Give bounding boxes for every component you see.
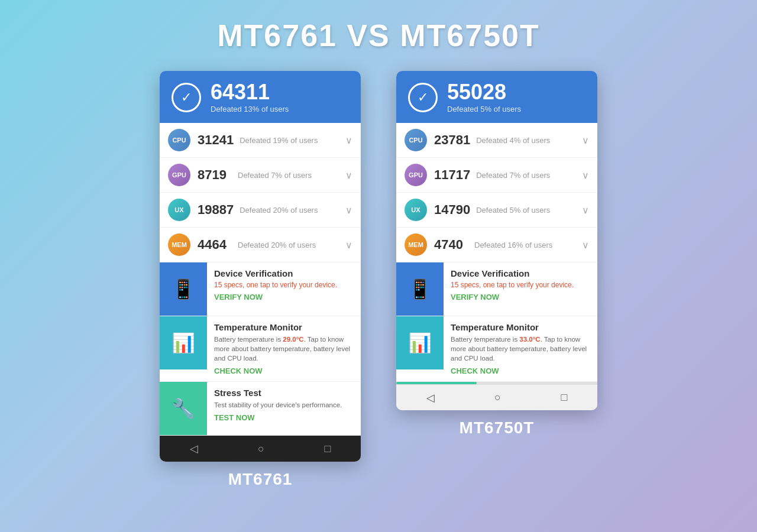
left-stress-content: Stress Test Test stability of your devic… — [207, 382, 361, 435]
left-verify-phone-icon: 📱 — [172, 278, 195, 300]
left-stress-action[interactable]: TEST NOW — [214, 413, 354, 422]
right-ux-score: 14790 — [434, 202, 470, 218]
left-verify-action[interactable]: VERIFY NOW — [214, 293, 354, 301]
left-nav-back[interactable]: ◁ — [190, 442, 198, 455]
left-verify-spec: 15 specs, one tap to verify your device. — [214, 281, 354, 289]
right-verify-icon-box: 📱 — [396, 262, 444, 316]
right-mem-row[interactable]: MEM 4740 Defeated 16% of users ∨ — [396, 228, 597, 262]
left-mem-defeated: Defeated 20% of users — [238, 241, 345, 249]
left-ux-chevron[interactable]: ∨ — [345, 205, 352, 216]
left-cpu-score: 31241 — [198, 132, 234, 148]
right-temp-value: 33.0°C — [519, 336, 540, 343]
right-verify-action[interactable]: VERIFY NOW — [451, 293, 590, 301]
left-ux-defeated: Defeated 20% of users — [240, 206, 345, 215]
right-device-verify-card[interactable]: 📱 Device Verification 15 specs, one tap … — [396, 262, 597, 316]
left-stress-icon: 🔧 — [172, 397, 195, 420]
left-score-subtitle: Defeated 13% of users — [211, 105, 289, 113]
right-cpu-badge: CPU — [405, 129, 427, 151]
left-stress-card[interactable]: 🔧 Stress Test Test stability of your dev… — [160, 382, 361, 436]
left-verify-title: Device Verification — [214, 268, 354, 278]
left-gpu-defeated: Defeated 7% of users — [238, 171, 345, 180]
left-mem-row[interactable]: MEM 4464 Defeated 20% of users ∨ — [160, 228, 361, 262]
right-temp-content: Temperature Monitor Battery temperature … — [444, 316, 597, 381]
left-bench-list: CPU 31241 Defeated 19% of users ∨ GPU 87… — [160, 123, 361, 262]
right-scroll-thumb — [396, 382, 477, 384]
right-nav-bar: ◁ ○ □ — [396, 384, 597, 410]
right-cpu-score: 23781 — [434, 132, 470, 148]
left-nav-bar: ◁ ○ □ — [160, 436, 361, 462]
left-verify-content: Device Verification 15 specs, one tap to… — [207, 262, 361, 316]
right-mem-defeated: Defeated 16% of users — [474, 241, 582, 249]
left-gpu-score: 8719 — [198, 167, 232, 183]
left-stress-desc: Test stability of your device's performa… — [214, 400, 354, 410]
left-device-verify-card[interactable]: 📱 Device Verification 15 specs, one tap … — [160, 262, 361, 316]
left-phone-wrapper: ✓ 64311 Defeated 13% of users CPU 31241 … — [160, 71, 361, 489]
left-temp-icon: 📊 — [172, 332, 195, 354]
right-temp-card[interactable]: 📊 Temperature Monitor Battery temperatur… — [396, 316, 597, 382]
right-cpu-row[interactable]: CPU 23781 Defeated 4% of users ∨ — [396, 123, 597, 158]
left-temp-action[interactable]: CHECK NOW — [214, 366, 354, 375]
left-gpu-row[interactable]: GPU 8719 Defeated 7% of users ∨ — [160, 158, 361, 193]
right-ux-defeated: Defeated 5% of users — [476, 206, 582, 215]
right-nav-home[interactable]: ○ — [494, 391, 501, 404]
right-gpu-defeated: Defeated 7% of users — [476, 171, 582, 180]
left-score-header: ✓ 64311 Defeated 13% of users — [160, 71, 361, 123]
right-score-subtitle: Defeated 5% of users — [447, 105, 521, 113]
left-temp-content: Temperature Monitor Battery temperature … — [207, 316, 361, 381]
right-ux-chevron[interactable]: ∨ — [582, 205, 589, 216]
left-check-icon: ✓ — [172, 83, 201, 112]
right-temp-action[interactable]: CHECK NOW — [451, 366, 590, 375]
right-phone-wrapper: ✓ 55028 Defeated 5% of users CPU 23781 D… — [396, 71, 597, 437]
left-cpu-row[interactable]: CPU 31241 Defeated 19% of users ∨ — [160, 123, 361, 158]
left-gpu-badge: GPU — [168, 164, 190, 186]
right-ux-row[interactable]: UX 14790 Defeated 5% of users ∨ — [396, 193, 597, 228]
right-temp-title: Temperature Monitor — [451, 322, 590, 332]
right-verify-spec: 15 specs, one tap to verify your device. — [451, 281, 590, 289]
left-temp-value: 29.0°C — [283, 336, 303, 343]
right-cpu-defeated: Defeated 4% of users — [476, 136, 582, 145]
left-temp-desc-pre: Battery temperature is — [214, 336, 283, 343]
right-nav-recents[interactable]: □ — [561, 391, 567, 404]
left-score-info: 64311 Defeated 13% of users — [211, 82, 289, 113]
right-verify-content: Device Verification 15 specs, one tap to… — [444, 262, 597, 316]
left-stress-icon-box: 🔧 — [160, 382, 207, 435]
right-ux-badge: UX — [405, 199, 427, 221]
left-temp-title: Temperature Monitor — [214, 322, 354, 332]
left-verify-icon-box: 📱 — [160, 262, 207, 316]
left-nav-home[interactable]: ○ — [258, 443, 264, 455]
page-title: MT6761 VS MT6750T — [217, 18, 540, 53]
right-verify-phone-icon: 📱 — [408, 278, 432, 300]
right-verify-title: Device Verification — [451, 268, 590, 278]
left-nav-recents[interactable]: □ — [324, 443, 331, 455]
right-bench-list: CPU 23781 Defeated 4% of users ∨ GPU 117… — [396, 123, 597, 262]
right-gpu-chevron[interactable]: ∨ — [582, 170, 589, 181]
right-cpu-chevron[interactable]: ∨ — [582, 135, 589, 146]
right-scroll-bar — [396, 382, 597, 384]
left-temp-card[interactable]: 📊 Temperature Monitor Battery temperatur… — [160, 316, 361, 382]
left-mem-chevron[interactable]: ∨ — [345, 239, 352, 251]
right-score-info: 55028 Defeated 5% of users — [447, 82, 521, 113]
left-ux-row[interactable]: UX 19887 Defeated 20% of users ∨ — [160, 193, 361, 228]
right-check-icon: ✓ — [408, 83, 438, 112]
left-cpu-chevron[interactable]: ∨ — [345, 135, 352, 146]
left-ux-badge: UX — [168, 199, 190, 221]
right-score-number: 55028 — [447, 82, 521, 103]
right-temp-icon: 📊 — [408, 332, 432, 354]
right-gpu-score: 11717 — [434, 167, 470, 183]
left-gpu-chevron[interactable]: ∨ — [345, 170, 352, 181]
right-mem-chevron[interactable]: ∨ — [582, 239, 589, 251]
right-phone-label: MT6750T — [460, 419, 535, 437]
left-mem-score: 4464 — [198, 237, 232, 252]
right-temp-desc-pre: Battery temperature is — [451, 336, 519, 343]
left-stress-title: Stress Test — [214, 388, 354, 398]
right-gpu-row[interactable]: GPU 11717 Defeated 7% of users ∨ — [396, 158, 597, 193]
right-temp-icon-box: 📊 — [396, 316, 444, 369]
left-score-number: 64311 — [211, 82, 289, 103]
left-phone-label: MT6761 — [228, 470, 293, 489]
left-temp-desc: Battery temperature is 29.0°C. Tap to kn… — [214, 335, 354, 363]
left-phone: ✓ 64311 Defeated 13% of users CPU 31241 … — [160, 71, 361, 462]
right-nav-back[interactable]: ◁ — [426, 391, 435, 404]
right-phone: ✓ 55028 Defeated 5% of users CPU 23781 D… — [396, 71, 597, 410]
right-mem-badge: MEM — [405, 233, 427, 256]
left-mem-badge: MEM — [168, 233, 190, 256]
